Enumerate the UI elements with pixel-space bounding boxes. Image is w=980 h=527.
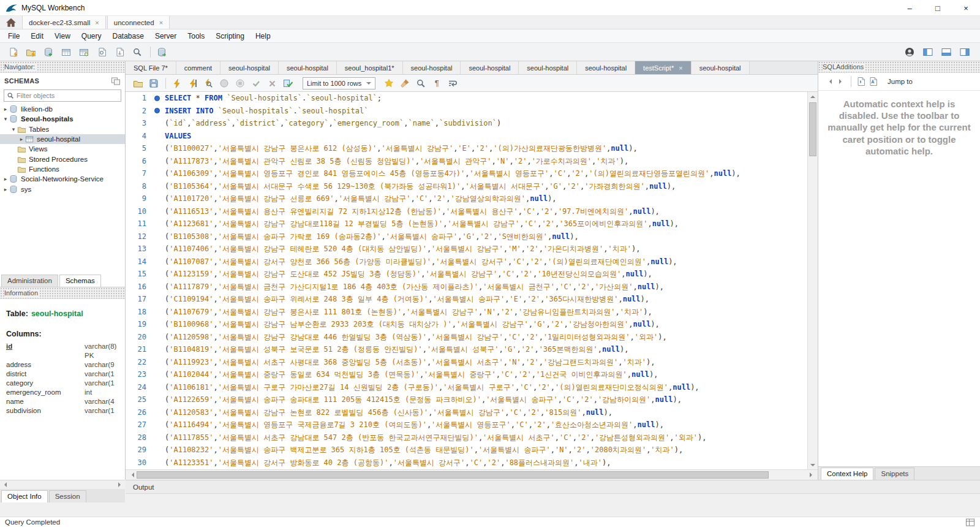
autocommit-icon[interactable] [281,77,295,90]
tree-item-sys[interactable]: ▸sys [0,184,125,194]
code-line[interactable]: 22('A1119923','서울특별시 서초구 사평대로 368 중앙빌딩 5… [126,356,807,369]
new-schema-icon[interactable] [40,45,56,59]
menu-database[interactable]: Database [107,31,149,42]
maximize-button[interactable]: □ [924,0,952,16]
tree-item-seoul-hospitals[interactable]: ▾Seoul-hospitals [0,114,125,124]
code-line[interactable]: 23('A1102044','서울특별시 중랑구 동일로 634 먹천빌딩 3층… [126,368,807,381]
editor-tab-sql-file-7[interactable]: SQL File 7* [126,61,176,74]
expander-icon[interactable]: ▸ [2,186,9,192]
toggle-auto-help-icon[interactable] [867,75,879,88]
menu-tools[interactable]: Tools [182,31,210,42]
history-back-button[interactable] [823,75,835,88]
stop-icon[interactable] [217,77,232,90]
menu-edit[interactable]: Edit [25,31,49,42]
close-button[interactable]: × [952,0,980,16]
get-context-help-icon[interactable] [854,75,867,88]
tab-session[interactable]: Session [49,490,86,502]
scroll-left-icon[interactable] [127,470,136,480]
sql-code-area[interactable]: 1SELECT * FROM `Seoul-hospitals`.`seoul-… [126,92,807,469]
code-line[interactable]: 14('A1107087','서울특별시 강서구 양천로 366 56층 (가양… [126,256,807,268]
scroll-right-icon[interactable] [118,482,123,487]
sidebar-horizontal-scrollbar[interactable] [0,480,125,489]
minimize-button[interactable]: – [895,0,924,16]
code-line[interactable]: 1SELECT * FROM `Seoul-hospitals`.`seoul-… [126,92,807,105]
code-line[interactable]: 21('B1104819','서울특별시 성북구 보국문로 51 2층 (정릉동… [126,343,807,356]
tree-item-functions[interactable]: Functions [0,164,125,174]
code-line[interactable]: 6('A1117873','서울특별시 관악구 신림로 38 5층 (신림동 청… [126,155,807,168]
tab-schemas[interactable]: Schemas [59,275,101,287]
code-line[interactable]: 20('A1120598','서울특별시 강남구 강남대로 446 한얼빌딩 3… [126,331,807,344]
scroll-up-icon[interactable] [808,92,818,101]
editor-tab-seoul-hospital1[interactable]: seoul_hospital1* [337,61,403,74]
new-view-icon[interactable] [76,45,92,59]
scroll-left-icon[interactable] [2,482,7,487]
code-line[interactable]: 30('A1123351','서울특별시 강서구 방화동로 40 2층 (공항동… [126,457,807,469]
new-procedure-icon[interactable] [94,45,110,59]
new-function-icon[interactable] [111,45,127,59]
tab-object-info[interactable]: Object Info [1,490,48,502]
menu-file[interactable]: File [2,31,25,42]
tree-item-stored-procedures[interactable]: Stored Procedures [0,154,125,164]
editor-tab-seoul-hospital[interactable]: seoul-hospital [692,61,750,74]
code-line[interactable]: 19('B1100968','서울특별시 강남구 남부순환로 2933 203호… [126,318,807,331]
code-line[interactable]: 3(`id`,`address`,`district`,`category`,`… [126,117,807,130]
execute-icon[interactable] [169,77,184,90]
editor-tab-comment[interactable]: comment [176,61,221,74]
code-line[interactable]: 2INSERT INTO `Seoul-hospitals`.`seoul-ho… [126,105,807,118]
code-line[interactable]: 16('A1117879','서울특별시 금천구 가산디지털1로 186 4층 … [126,281,807,294]
menu-server[interactable]: Server [149,31,182,42]
code-line[interactable]: 15('A1123159','서울특별시 강남구 도산대로 452 JS빌딩 3… [126,268,807,281]
tree-item-social-networking-service[interactable]: ▸Social-Networking-Service [0,174,125,184]
open-sql-script-icon[interactable] [23,45,39,59]
code-line[interactable]: 5('B1100027','서울특별시 강남구 봉은사로 612 (삼성동)',… [126,142,807,155]
home-button[interactable] [0,16,22,29]
code-line[interactable]: 10('A1116513','서울특별시 용산구 유엔빌리지길 72 지하1지상… [126,205,807,218]
editor-tab-seoul-hospital[interactable]: seoul-hospital [519,61,577,74]
code-line[interactable]: 25('A1122659','서울특별시 송파구 송파대로 111 205동 4… [126,393,807,406]
code-line[interactable]: 29('A1108232','서울특별시 송파구 백제고분로 365 지하1층 … [126,444,807,457]
reconnect-icon[interactable] [154,45,170,59]
beautify-icon[interactable] [382,77,396,90]
code-line[interactable]: 8('B1105364','서울특별시 서대문구 수색로 56 129~130호… [126,180,807,193]
tree-item-seoul-hospital[interactable]: ▸seoul-hospital [0,134,125,144]
search-data-icon[interactable] [129,45,145,59]
expander-icon[interactable]: ▾ [2,116,9,122]
code-line[interactable]: 13('A1107406','서울특별시 강남구 테헤란로 520 4층 (대치… [126,243,807,256]
menu-scripting[interactable]: Scripting [210,31,250,42]
expander-icon[interactable]: ▸ [2,176,9,182]
close-tab-icon[interactable]: × [159,19,163,26]
wrap-text-icon[interactable] [445,77,460,90]
commit-icon[interactable] [249,77,263,90]
expander-icon[interactable]: ▸ [2,106,9,112]
code-line[interactable]: 11('A1123681','서울특별시 강남구 강남대로118길 12 부경빌… [126,218,807,230]
output-toggle-icon[interactable] [965,518,975,526]
code-line[interactable]: 9('A1101720','서울특별시 강남구 선릉로 669','서울특별시 … [126,192,807,205]
scroll-down-icon[interactable] [808,460,818,469]
panel-left-icon[interactable] [920,45,936,59]
close-tab-icon[interactable]: × [679,64,682,72]
horizontal-scroll-thumb[interactable] [137,471,769,479]
editor-tab-seoul-hospital[interactable]: seoul-hospital [577,61,635,74]
menu-query[interactable]: Query [76,31,107,42]
find-icon[interactable] [413,77,428,90]
limit-rows-dropdown[interactable]: Limit to 1000 rows [303,77,375,89]
rollback-icon[interactable] [265,77,279,90]
account-icon[interactable] [902,45,918,59]
tree-item-tables[interactable]: ▾Tables [0,124,125,134]
code-line[interactable]: 28('A1117855','서울특별시 서초구 강남대로 547 2층 (반포… [126,431,807,444]
panel-right-icon[interactable] [957,45,973,59]
tree-item-likelion-db[interactable]: ▸likelion-db [0,104,125,114]
expander-icon[interactable]: ▾ [10,126,17,132]
editor-tab-seoul-hospital[interactable]: seoul-hospital [403,61,461,74]
code-line[interactable]: 17('C1109194','서울특별시 송파구 위례서로 248 3층 일부 … [126,293,807,306]
filter-objects-input[interactable] [17,92,118,99]
new-sql-tab-icon[interactable] [5,45,21,59]
editor-horizontal-scrollbar[interactable] [126,469,818,480]
open-file-icon[interactable] [130,77,145,90]
editor-tab-seoul-hospital[interactable]: seoul-hospital [279,61,337,74]
schemas-options-icon[interactable] [111,76,121,86]
code-line[interactable]: 18('A1107679','서울특별시 강남구 봉은사로 111 801호 (… [126,306,807,319]
tab-administration[interactable]: Administration [1,275,58,287]
code-line[interactable]: 26('A1120583','서울특별시 강남구 논현로 822 로벨빌딩 45… [126,406,807,419]
connection-tab-docker-ec2-t3-small[interactable]: docker-ec2-t3.small× [22,16,106,29]
